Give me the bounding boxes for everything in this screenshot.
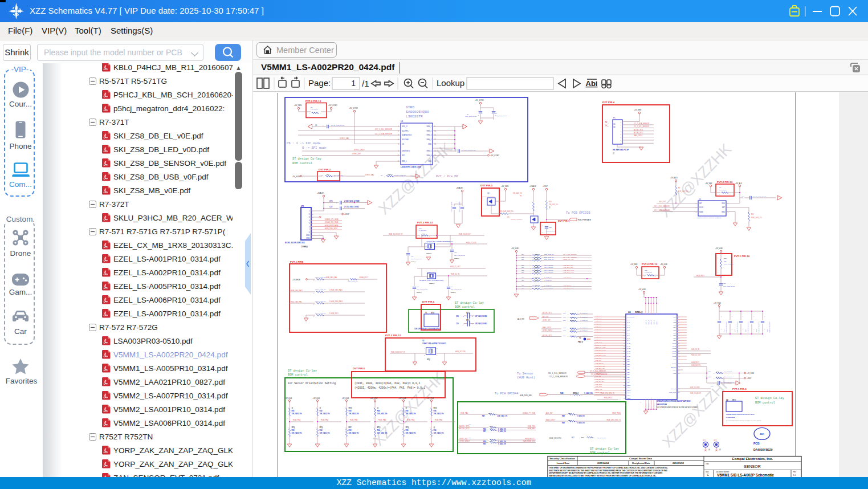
svg-text:2: 2 <box>655 276 656 277</box>
svg-text:R45: R45 <box>406 410 409 412</box>
svg-text:0_0402_5%: 0_0402_5% <box>645 272 653 274</box>
svg-text:C18: C18 <box>411 255 414 257</box>
svg-text:I2C_1_SCL_SENSOR: I2C_1_SCL_SENSOR <box>548 372 567 374</box>
svg-text:R23: R23 <box>521 270 524 271</box>
svg-text:R53: R53 <box>349 429 352 431</box>
svg-text:HUD_DBG_PB1: HUD_DBG_PB1 <box>291 301 302 303</box>
svg-text:0_0402_5%: 0_0402_5% <box>577 422 585 424</box>
svg-text:@: @ <box>406 407 407 409</box>
svg-text:PVT-1 PIR8: PVT-1 PIR8 <box>290 260 304 263</box>
svg-text:2 0.1U_0402_16V6Z: 2 0.1U_0402_16V6Z <box>344 206 359 208</box>
svg-text:2: 2 <box>429 236 430 237</box>
svg-text:R41: R41 <box>292 410 295 412</box>
svg-text:1: 1 <box>594 437 596 438</box>
svg-text:BOM control: BOM control <box>590 451 610 455</box>
svg-text:R43: R43 <box>349 410 352 412</box>
svg-text:1: 1 <box>288 427 289 428</box>
svg-text:0_0402_5%: 0_0402_5% <box>580 327 588 329</box>
svg-text:INTEL@: INTEL@ <box>417 292 422 294</box>
svg-text:R60: R60 <box>483 443 486 445</box>
svg-text:XZZ@XZZHK: XZZ@XZZHK <box>370 369 449 449</box>
svg-text:+3V_HUB: +3V_HUB <box>427 397 434 400</box>
svg-text:PA0-WKUP: PA0-WKUP <box>627 316 634 318</box>
svg-text:PC15: PC15 <box>673 356 677 357</box>
svg-text:GND: GND <box>722 211 725 213</box>
svg-text:2012/09/02: 2012/09/02 <box>673 462 684 464</box>
svg-text:1 HUB_DBG_PA14: 1 HUB_DBG_PA14 <box>329 300 343 303</box>
svg-text:HUB_PA4: HUB_PA4 <box>378 419 386 421</box>
svg-text:2: 2 <box>402 437 403 438</box>
svg-text:ROM control: ROM control <box>292 162 312 165</box>
svg-text:For Sensor Orientation Setting: For Sensor Orientation Setting <box>288 382 336 385</box>
svg-text:1: 1 <box>419 236 420 237</box>
svg-text:@: @ <box>613 152 614 154</box>
svg-text:F1: F1 <box>619 399 621 400</box>
svg-text:PC13: PC13 <box>673 351 677 352</box>
svg-text:+3V_HUB: +3V_HUB <box>715 247 723 250</box>
svg-text:0_0402_5%: 0_0402_5% <box>584 392 593 394</box>
svg-text:0_0402_5%: 0_0402_5% <box>498 443 507 445</box>
svg-text:INTEL@: INTEL@ <box>426 252 432 254</box>
svg-text:INTEL@: INTEL@ <box>411 261 417 263</box>
svg-text:+3V_GYRO: +3V_GYRO <box>328 104 338 107</box>
svg-text:SA0000P298: SA0000P298 <box>726 417 735 418</box>
svg-text:I2C_1_SDA_SENSOR: I2C_1_SDA_SENSOR <box>591 373 607 376</box>
svg-text:Q3: Q3 <box>507 216 510 218</box>
svg-text:DVT PIR-1: DVT PIR-1 <box>558 219 570 222</box>
svg-text:GYRO: GYRO <box>406 105 414 109</box>
svg-text:2: 2 <box>313 316 315 317</box>
svg-text:PB0: PB0 <box>627 358 630 360</box>
svg-text:HUB_PA9: HUB_PA9 <box>595 339 601 341</box>
svg-text:1: 1 <box>743 316 744 317</box>
svg-text:I2C_1_SCL_SENSOR: I2C_1_SCL_SENSOR <box>590 370 606 372</box>
svg-text:PB4: PB4 <box>627 369 630 370</box>
svg-text:HUB_DBG_PB4: HUB_DBG_PB4 <box>595 368 605 369</box>
svg-text:PC0: PC0 <box>673 316 676 318</box>
svg-text:R57: R57 <box>483 430 486 433</box>
svg-text:GND: GND <box>306 234 309 237</box>
svg-text:1: 1 <box>430 407 431 408</box>
svg-text:R14: R14 <box>521 254 524 255</box>
svg-text:HUB_BOOT1: HUB_BOOT1 <box>595 362 604 364</box>
svg-text:HUB_BOOT1: HUB_BOOT1 <box>525 438 535 440</box>
svg-text:2221: 2221 <box>760 433 764 435</box>
svg-text:C10: C10 <box>329 206 333 208</box>
svg-text:PC7: PC7 <box>673 335 676 336</box>
svg-text:R44: R44 <box>377 410 380 412</box>
svg-text:PVT-2 PIR-13: PVT-2 PIR-13 <box>642 263 658 266</box>
svg-text:INTEL@: INTEL@ <box>451 292 457 294</box>
svg-text:2: 2 <box>621 124 622 126</box>
svg-text:C2%: C2% <box>734 329 735 332</box>
svg-text:10K_0402_5%: 10K_0402_5% <box>377 413 388 415</box>
svg-text:PC12: PC12 <box>673 348 677 349</box>
svg-text:PC5: PC5 <box>673 329 676 331</box>
svg-text:PAD @: PAD @ <box>578 341 583 343</box>
svg-text:20K_0402_5%: 20K_0402_5% <box>597 437 606 439</box>
svg-text:PA10: PA10 <box>627 343 631 344</box>
svg-text:ALS_INT: ALS_INT <box>517 318 524 320</box>
svg-text:HUB_XCLKOUT_R: HUB_XCLKOUT_R <box>389 233 402 235</box>
svg-text:+3VLP: +3VLP <box>747 377 752 380</box>
svg-text:I2C_1_SDA_SENSOR: I2C_1_SDA_SENSOR <box>654 209 670 211</box>
svg-text:10K_0402_5%: 10K_0402_5% <box>320 413 330 415</box>
svg-text:G1: G1 <box>613 123 616 125</box>
svg-text:HUB_DBG_PA13: HUB_DBG_PA13 <box>595 349 606 351</box>
svg-text:2 0.1U_0402_16VTK: 2 0.1U_0402_16VTK <box>331 125 345 127</box>
svg-text:VSS_4: VSS_4 <box>645 404 647 408</box>
svg-text:ST@: ST@ <box>434 407 438 409</box>
svg-text:HUB_XCLKOUT: HUB_XCLKOUT <box>690 392 702 394</box>
svg-text:+3V_GYRO: +3V_GYRO <box>292 176 301 178</box>
svg-text:2011/04/04: 2011/04/04 <box>597 462 609 464</box>
svg-text:10K_0402_5%: 10K_0402_5% <box>320 432 330 434</box>
svg-text:H8_REF1685-P1_8P: H8_REF1685-P1_8P <box>613 149 629 151</box>
svg-text:ST design Co-lay: ST design Co-lay <box>455 301 484 305</box>
svg-text:R12: R12 <box>751 213 754 215</box>
svg-text:MAG_DRDY: MAG_DRDY <box>634 135 642 137</box>
svg-text:+3V_HUB: +3V_HUB <box>399 397 406 400</box>
svg-text:2: 2 <box>345 437 346 438</box>
svg-text:HUB_PA0: HUB_PA0 <box>595 315 601 317</box>
svg-text:+3VALW: +3VALW <box>317 192 324 194</box>
svg-text:C27: C27 <box>711 385 714 387</box>
svg-text:HUB_PA6: HUB_PA6 <box>595 331 601 333</box>
svg-text:HUB_DFU_EN#: HUB_DFU_EN# <box>325 227 338 230</box>
